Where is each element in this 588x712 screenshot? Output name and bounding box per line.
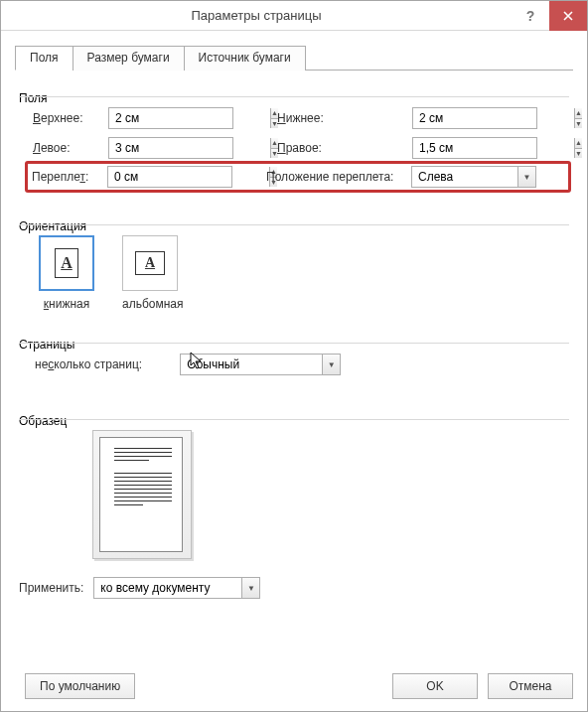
spin-up-icon[interactable]: ▲ (575, 138, 582, 149)
close-icon (563, 11, 573, 21)
gutter-input[interactable]: ▲▼ (107, 166, 232, 188)
cancel-button[interactable]: Отмена (488, 673, 573, 699)
label-top: Верхнее: (33, 111, 108, 125)
label-portrait: книжная (39, 297, 94, 311)
portrait-icon: A (55, 248, 78, 278)
bottom-margin-input[interactable]: ▲▼ (412, 107, 537, 129)
cursor-icon (190, 352, 206, 371)
titlebar: Параметры страницы ? (1, 1, 587, 31)
orientation-portrait[interactable]: A книжная (39, 235, 94, 311)
bottom-margin-field[interactable] (413, 108, 574, 128)
top-margin-input[interactable]: ▲▼ (108, 107, 233, 129)
label-gutter-position: Положение переплета: (266, 170, 411, 184)
tab-paper-source[interactable]: Источник бумаги (184, 46, 306, 71)
spin-up-icon[interactable]: ▲ (575, 108, 582, 119)
spin-down-icon[interactable]: ▼ (575, 149, 582, 159)
label-left: Левое: (33, 141, 108, 155)
gutter-position-value: Слева (412, 167, 517, 187)
gutter-field[interactable] (108, 167, 269, 187)
tab-fields[interactable]: Поля (15, 46, 74, 71)
label-apply-to: Применить: (19, 581, 83, 595)
tab-paper-size[interactable]: Размер бумаги (73, 46, 185, 71)
ok-button[interactable]: OK (392, 673, 478, 699)
help-button[interactable]: ? (512, 1, 549, 31)
sample-preview (92, 430, 192, 559)
dialog-title: Параметры страницы (1, 8, 512, 23)
right-margin-field[interactable] (413, 138, 574, 158)
label-bottom: Нижнее: (277, 111, 412, 125)
orientation-landscape[interactable]: A альбомная (122, 235, 184, 311)
chevron-down-icon[interactable]: ▼ (517, 167, 535, 187)
gutter-highlight: Переплет: ▲▼ Положение переплета: Слева … (25, 161, 571, 193)
top-margin-field[interactable] (109, 108, 270, 128)
page-setup-dialog: Параметры страницы ? Поля Размер бумаги … (0, 0, 588, 712)
chevron-down-icon[interactable]: ▼ (322, 355, 340, 374)
label-right: Правое: (277, 141, 412, 155)
default-button[interactable]: По умолчанию (25, 673, 135, 699)
gutter-position-select[interactable]: Слева ▼ (411, 166, 536, 188)
label-multiple-pages: несколько страниц: (35, 357, 142, 371)
left-margin-field[interactable] (109, 138, 270, 158)
apply-to-value: ко всему документу (94, 578, 241, 598)
spin-down-icon[interactable]: ▼ (575, 119, 582, 129)
apply-to-select[interactable]: ко всему документу ▼ (93, 577, 260, 599)
chevron-down-icon[interactable]: ▼ (241, 578, 259, 598)
left-margin-input[interactable]: ▲▼ (108, 137, 233, 159)
label-landscape: альбомная (122, 297, 184, 311)
landscape-icon: A (135, 251, 165, 275)
close-button[interactable] (549, 1, 587, 31)
tab-strip: Поля Размер бумаги Источник бумаги (15, 45, 573, 71)
right-margin-input[interactable]: ▲▼ (412, 137, 537, 159)
label-gutter: Переплет: (32, 170, 107, 184)
